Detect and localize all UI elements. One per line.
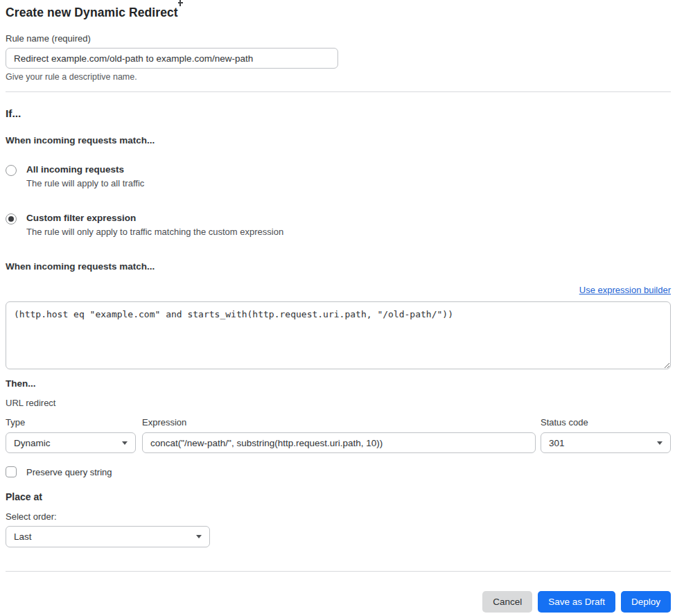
- radio-all-requests[interactable]: [6, 165, 17, 176]
- type-label: Type: [6, 417, 136, 428]
- radio-all-requests-description: The rule will apply to all traffic: [26, 178, 144, 188]
- rule-name-input[interactable]: [6, 48, 338, 69]
- status-code-select-value: 301: [549, 438, 565, 448]
- preserve-query-checkbox[interactable]: [6, 466, 17, 477]
- place-at-heading: Place at: [6, 491, 671, 502]
- radio-custom-filter-description: The rule will only apply to traffic matc…: [26, 227, 283, 237]
- rule-name-help: Give your rule a descriptive name.: [6, 72, 671, 82]
- chevron-down-icon: [196, 535, 202, 538]
- save-as-draft-button[interactable]: Save as Draft: [538, 591, 615, 613]
- chevron-down-icon: [122, 441, 128, 445]
- radio-custom-filter-label: Custom filter expression: [26, 213, 283, 224]
- filter-expression-textarea[interactable]: (http.host eq "example.com" and starts_w…: [6, 301, 671, 369]
- type-select[interactable]: Dynamic: [6, 432, 136, 453]
- expression-section-heading: When incoming requests match...: [6, 261, 671, 272]
- footer-divider: [6, 571, 671, 572]
- url-redirect-label: URL redirect: [6, 398, 671, 408]
- expression-label: Expression: [142, 417, 536, 428]
- preserve-query-row[interactable]: Preserve query string: [6, 466, 671, 477]
- footer-actions: Cancel Save as Draft Deploy: [6, 591, 671, 613]
- order-select-value: Last: [14, 531, 32, 542]
- chevron-down-icon: [657, 441, 663, 445]
- status-code-label: Status code: [541, 417, 671, 428]
- radio-all-requests-label: All incoming requests: [26, 164, 144, 175]
- then-heading: Then...: [6, 378, 671, 389]
- order-select[interactable]: Last: [6, 526, 210, 547]
- clipped-glyph-artifact: [178, 0, 183, 6]
- deploy-button[interactable]: Deploy: [621, 591, 671, 613]
- select-order-label: Select order:: [6, 511, 671, 522]
- page-title: Create new Dynamic Redirect: [6, 6, 671, 20]
- radio-option-custom-filter[interactable]: Custom filter expression The rule will o…: [6, 213, 671, 237]
- radio-option-all-requests[interactable]: All incoming requests The rule will appl…: [6, 164, 671, 188]
- rule-name-label: Rule name (required): [6, 33, 671, 44]
- status-code-select[interactable]: 301: [541, 432, 671, 453]
- preserve-query-label: Preserve query string: [26, 467, 112, 477]
- type-select-value: Dynamic: [14, 438, 51, 448]
- create-redirect-form: Create new Dynamic Redirect Rule name (r…: [6, 0, 671, 613]
- redirect-expression-input[interactable]: [142, 432, 536, 453]
- incoming-requests-subheading: When incoming requests match...: [6, 135, 671, 146]
- if-heading: If...: [6, 107, 671, 120]
- cancel-button[interactable]: Cancel: [482, 591, 532, 613]
- radio-custom-filter[interactable]: [6, 213, 17, 225]
- use-expression-builder-link[interactable]: Use expression builder: [579, 285, 671, 295]
- section-divider: [6, 91, 671, 92]
